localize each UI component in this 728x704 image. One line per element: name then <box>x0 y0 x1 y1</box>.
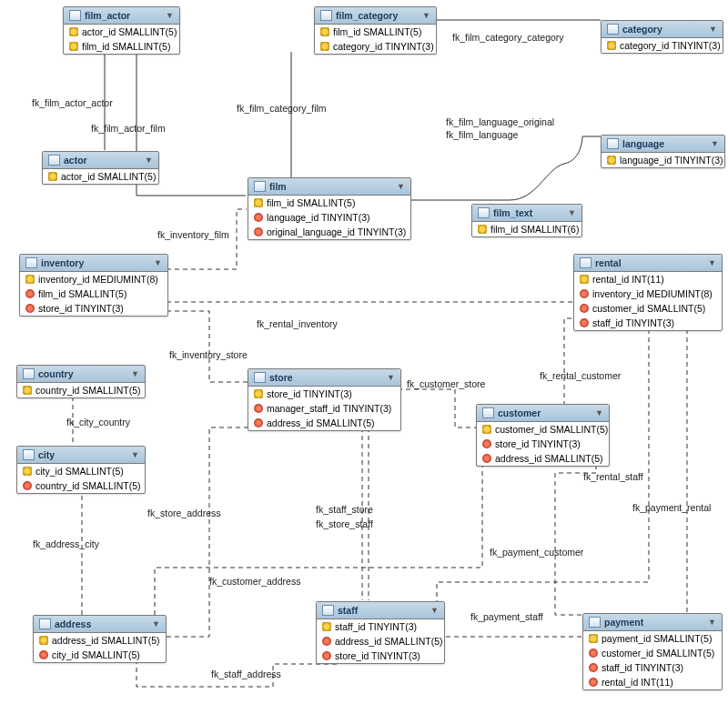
pk-icon <box>580 275 589 284</box>
pk-icon <box>478 225 487 234</box>
col: language_id TINYINT(3) <box>620 155 723 166</box>
pk-icon <box>39 636 48 645</box>
fk-label: fk_customer_store <box>407 378 485 389</box>
table-icon <box>48 155 60 166</box>
col: payment_id SMALLINT(5) <box>602 633 712 644</box>
chevron-down-icon: ▼ <box>154 258 162 267</box>
col: customer_id SMALLINT(5) <box>592 303 705 314</box>
table-category[interactable]: category▼ category_id TINYINT(3) <box>601 20 723 54</box>
table-title: staff <box>338 605 358 616</box>
fk-icon <box>23 481 32 490</box>
fk-label: fk_film_category_film <box>237 103 327 114</box>
col: staff_id TINYINT(3) <box>602 662 683 673</box>
table-icon <box>25 257 37 268</box>
table-title: payment <box>604 617 643 628</box>
table-icon <box>254 372 266 383</box>
pk-icon <box>320 42 329 51</box>
fk-icon <box>322 637 331 646</box>
chevron-down-icon: ▼ <box>568 208 576 217</box>
pk-icon <box>254 198 263 207</box>
table-staff[interactable]: staff▼ staff_id TINYINT(3) address_id SM… <box>316 601 445 664</box>
pk-icon <box>69 42 78 51</box>
col: city_id SMALLINT(5) <box>52 649 140 660</box>
col: film_id SMALLINT(6) <box>490 224 579 235</box>
table-city[interactable]: city▼ city_id SMALLINT(5) country_id SMA… <box>16 446 146 494</box>
table-title: film_category <box>336 10 398 21</box>
col: film_id SMALLINT(5) <box>38 288 126 299</box>
col: country_id SMALLINT(5) <box>35 385 141 396</box>
col: city_id SMALLINT(5) <box>35 466 124 477</box>
fk-label: fk_film_category_category <box>452 32 564 43</box>
fk-label: fk_film_language <box>446 129 518 140</box>
table-icon <box>39 619 51 629</box>
fk-label: fk_store_address <box>147 508 221 518</box>
chevron-down-icon: ▼ <box>131 450 139 459</box>
table-title: customer <box>498 407 541 418</box>
col: address_id SMALLINT(5) <box>495 453 602 464</box>
col: actor_id SMALLINT(5) <box>82 26 177 37</box>
col: country_id SMALLINT(5) <box>35 480 141 491</box>
table-title: inventory <box>41 257 84 268</box>
table-title: store <box>269 372 293 383</box>
pk-icon <box>320 27 329 36</box>
chevron-down-icon: ▼ <box>152 619 160 629</box>
col: language_id TINYINT(3) <box>267 212 370 223</box>
fk-icon <box>254 404 263 413</box>
pk-icon <box>48 172 57 181</box>
fk-icon <box>482 454 491 463</box>
table-address[interactable]: address▼ address_id SMALLINT(5) city_id … <box>33 615 167 663</box>
table-icon <box>607 138 619 149</box>
pk-icon <box>482 425 491 434</box>
col: film_id SMALLINT(5) <box>333 26 421 37</box>
fk-icon <box>589 663 598 672</box>
chevron-down-icon: ▼ <box>595 408 603 417</box>
pk-icon <box>589 634 598 643</box>
table-customer[interactable]: customer▼ customer_id SMALLINT(5) store_… <box>476 404 610 467</box>
table-film_category[interactable]: film_category▼ film_id SMALLINT(5) categ… <box>314 6 437 55</box>
pk-icon <box>322 622 331 631</box>
table-actor[interactable]: actor▼ actor_id SMALLINT(5) <box>42 151 159 185</box>
col: address_id SMALLINT(5) <box>267 417 374 428</box>
pk-icon <box>69 27 78 36</box>
col: inventory_id MEDIUMINT(8) <box>592 288 713 299</box>
table-payment[interactable]: payment▼ payment_id SMALLINT(5) customer… <box>582 613 723 690</box>
table-film_actor[interactable]: film_actor▼ actor_id SMALLINT(5) film_id… <box>63 6 180 55</box>
pk-icon <box>607 156 616 165</box>
chevron-down-icon: ▼ <box>387 373 395 382</box>
fk-label: fk_city_country <box>66 417 130 427</box>
fk-label: fk_rental_staff <box>583 471 643 482</box>
table-title: country <box>38 368 74 379</box>
table-rental[interactable]: rental▼ rental_id INT(11) inventory_id M… <box>573 254 723 331</box>
chevron-down-icon: ▼ <box>145 156 153 165</box>
fk-label: fk_staff_address <box>211 669 281 679</box>
table-title: city <box>38 449 55 460</box>
col: rental_id INT(11) <box>592 274 664 285</box>
table-icon <box>69 10 81 21</box>
fk-label: fk_customer_address <box>209 576 300 587</box>
fk-label: fk_rental_inventory <box>257 318 338 329</box>
chevron-down-icon: ▼ <box>131 369 139 378</box>
fk-icon <box>254 213 263 222</box>
table-title: film <box>269 181 287 192</box>
fk-label: fk_payment_staff <box>470 611 543 622</box>
table-inventory[interactable]: inventory▼ inventory_id MEDIUMINT(8) fil… <box>19 254 168 317</box>
fk-icon <box>580 289 589 298</box>
col: category_id TINYINT(3) <box>620 40 721 51</box>
fk-icon <box>254 418 263 427</box>
table-language[interactable]: language▼ language_id TINYINT(3) <box>601 135 725 168</box>
fk-icon <box>25 289 35 298</box>
table-film_text[interactable]: film_text▼ film_id SMALLINT(6) <box>471 204 582 237</box>
col: store_id TINYINT(3) <box>267 388 352 399</box>
col: actor_id SMALLINT(5) <box>61 171 156 182</box>
fk-label: fk_inventory_film <box>157 229 229 240</box>
fk-icon <box>580 304 589 313</box>
fk-label: fk_inventory_store <box>169 349 248 360</box>
fk-icon <box>25 304 35 313</box>
table-film[interactable]: film▼ film_id SMALLINT(5) language_id TI… <box>248 177 411 240</box>
col: address_id SMALLINT(5) <box>335 636 442 647</box>
table-store[interactable]: store▼ store_id TINYINT(3) manager_staff… <box>248 368 401 431</box>
table-country[interactable]: country▼ country_id SMALLINT(5) <box>16 365 146 398</box>
fk-icon <box>39 650 48 659</box>
table-title: rental <box>595 257 622 268</box>
fk-label: fk_film_language_original <box>446 116 554 127</box>
